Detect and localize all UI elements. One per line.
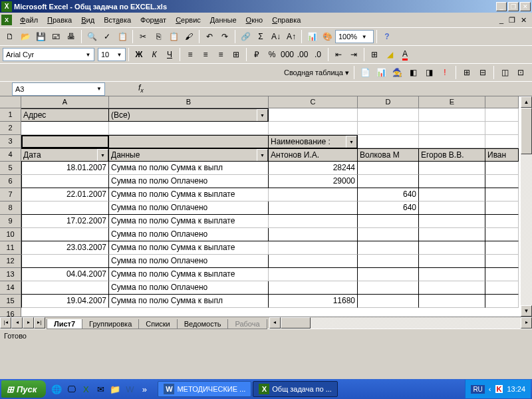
save-button[interactable]: 💾 [33,29,48,44]
scroll-up-button[interactable]: ▲ [521,96,532,108]
pivot-ungroup-button[interactable]: ⊡ [513,65,528,80]
col-header-e[interactable]: E [419,96,485,108]
cell[interactable] [419,201,485,215]
open-button[interactable]: 📂 [18,29,33,44]
cell[interactable]: Сумма по полю Оплачено [109,175,269,188]
cell[interactable] [485,228,519,241]
menu-edit[interactable]: Правка [43,15,76,25]
cell[interactable] [485,215,519,228]
spelling-button[interactable]: ✓ [100,29,114,44]
cell[interactable] [21,281,109,295]
row-header[interactable]: 16 [0,308,21,317]
cell[interactable]: Сумма по полю Сумма к выплате [109,268,269,281]
menu-insert[interactable]: Вставка [99,15,136,25]
scroll-thumb[interactable] [281,317,311,329]
tray-expand-icon[interactable]: ‹ [489,385,491,393]
cell[interactable] [358,175,419,188]
cell[interactable] [485,188,519,201]
cell[interactable] [419,122,485,135]
cell[interactable] [358,295,419,308]
cell[interactable]: Сумма по полю Оплачено [109,201,269,215]
comma-button[interactable]: 000 [280,47,295,62]
cell[interactable] [485,255,519,268]
borders-button[interactable]: ⊞ [367,47,382,62]
row-header[interactable]: 5 [0,162,21,175]
cell[interactable] [358,108,419,122]
expand-icon[interactable]: » [138,382,151,396]
kaspersky-icon[interactable]: K [495,385,503,393]
pivot-chart-button[interactable]: 📊 [374,65,388,80]
cell[interactable]: Сумма по полю Сумма к выпл [109,295,269,308]
minimize-button[interactable]: _ [496,2,507,11]
cell[interactable] [269,268,358,281]
pivot-format-button[interactable]: 📄 [358,65,372,80]
name-box[interactable]: A3 ▼ [12,82,105,96]
cell[interactable] [358,135,419,148]
cell[interactable] [419,188,485,201]
pivot-col-item[interactable]: Антонов И.А. [269,148,358,162]
copy-button[interactable]: ⎘ [151,29,166,44]
cell[interactable]: Сумма по полю Сумма к выплате [109,188,269,201]
col-header-a[interactable]: A [21,96,109,108]
bold-button[interactable]: Ж [132,47,146,62]
merge-center-button[interactable]: ⊞ [229,47,243,62]
menu-data[interactable]: Данные [205,15,241,25]
col-header-d[interactable]: D [358,96,419,108]
row-header[interactable]: 8 [0,201,21,215]
cell[interactable] [485,122,519,135]
cell[interactable] [485,162,519,175]
cell[interactable] [358,241,419,255]
row-header[interactable]: 4 [0,148,21,162]
clock[interactable]: 13:24 [507,385,525,393]
cell[interactable] [419,108,485,122]
cell[interactable] [485,201,519,215]
help-button[interactable]: ? [380,29,394,44]
scroll-thumb[interactable] [521,108,532,154]
cell[interactable] [419,281,485,295]
pivot-show-button[interactable]: ◨ [422,65,436,80]
sheet-tab[interactable]: Ведомость [177,319,229,329]
cell[interactable] [21,122,109,135]
align-right-button[interactable]: ≡ [213,47,228,62]
cell[interactable]: Сумма по полю Оплачено [109,228,269,241]
cell[interactable] [358,281,419,295]
cell[interactable]: Сумма по полю Сумма к выпл [109,162,269,175]
increase-indent-button[interactable]: ⇥ [346,47,361,62]
cell[interactable]: 11680 [269,295,358,308]
tab-scroll-last-button[interactable]: ▸| [34,317,45,329]
menu-window[interactable]: Окно [241,15,268,25]
row-header[interactable]: 3 [0,135,21,148]
drawing-button[interactable]: 🎨 [320,29,334,44]
vertical-scrollbar[interactable]: ▲ ▼ [521,96,532,317]
cell[interactable] [485,295,519,308]
cell[interactable]: 640 [358,188,419,201]
print-preview-button[interactable]: 🔍 [84,29,99,44]
scroll-track[interactable] [521,108,532,305]
decrease-decimal-button[interactable]: .0 [311,47,325,62]
excel-icon[interactable]: X [79,382,92,396]
fill-color-button[interactable]: ◢ [382,47,397,62]
tab-scroll-first-button[interactable]: |◂ [0,317,11,329]
italic-button[interactable]: К [147,47,162,62]
pivot-row-field-data[interactable]: Данные▼ [109,148,269,162]
format-painter-button[interactable]: 🖌 [182,29,196,44]
select-all-corner[interactable] [0,96,21,108]
cell[interactable] [269,122,358,135]
cell[interactable] [269,188,358,201]
language-indicator[interactable]: RU [471,385,484,394]
row-header[interactable]: 6 [0,175,21,188]
hyperlink-button[interactable]: 🔗 [238,29,253,44]
cell[interactable]: 17.02.2007 [21,215,109,228]
pivot-page-value[interactable]: (Все)▼ [109,108,269,122]
cell[interactable] [419,175,485,188]
row-header[interactable]: 7 [0,188,21,201]
cell[interactable] [419,215,485,228]
word-icon[interactable]: W [123,382,136,396]
pivot-wizard-button[interactable]: 🧙 [390,65,404,80]
pivot-field-settings-button[interactable]: ⊟ [475,65,490,80]
cell[interactable] [419,228,485,241]
cell[interactable] [485,108,519,122]
cell[interactable]: 23.03.2007 [21,241,109,255]
align-center-button[interactable]: ≡ [198,47,213,62]
cell[interactable] [485,175,519,188]
